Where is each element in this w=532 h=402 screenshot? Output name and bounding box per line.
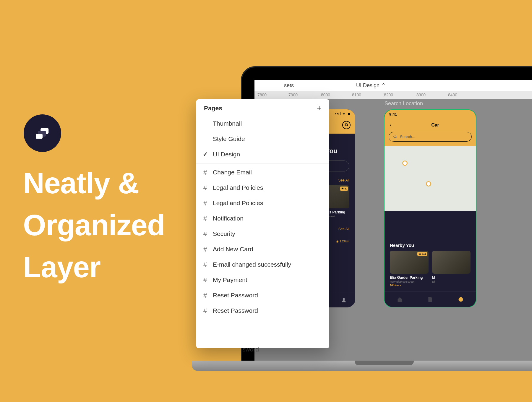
svg-point-7 xyxy=(458,297,463,302)
search-input[interactable]: Search... xyxy=(389,132,472,142)
pages-panel: Pages + Thumbnail Style Guide UI Design … xyxy=(196,99,329,348)
card-price: $6/Hours xyxy=(390,284,401,287)
svg-rect-2 xyxy=(36,134,43,139)
section-title: Nearby You xyxy=(390,243,414,248)
ruler-tick: 8400 xyxy=(448,93,457,97)
parking-card[interactable]: ★ 4.4 Elia Garder Parking Ivory Elephant… xyxy=(390,251,429,287)
card-title: M xyxy=(432,275,471,280)
ruler-tick: 8300 xyxy=(416,93,426,97)
map[interactable] xyxy=(385,146,476,211)
phone-search-location[interactable]: 9:41 ← Car Search... xyxy=(384,109,476,307)
phone-header: ← Car Search... xyxy=(385,118,476,146)
svg-point-5 xyxy=(343,298,345,300)
user-icon[interactable] xyxy=(341,297,347,303)
frame-label[interactable]: Search Location xyxy=(385,100,423,107)
parking-card[interactable]: M Eli xyxy=(432,251,471,287)
hero-line: Organized xyxy=(23,204,165,246)
card-sub: Ivory Elephant street xyxy=(390,280,429,283)
ruler-tick: 7900 xyxy=(288,93,298,97)
page-item-ui-design[interactable]: UI Design xyxy=(196,147,329,162)
frame-item[interactable]: My Payment xyxy=(196,272,329,288)
divider xyxy=(196,163,329,163)
page-dropdown[interactable]: UI Design ⌃ xyxy=(356,82,386,89)
frame-item[interactable]: Change Email xyxy=(196,165,329,180)
page-item-style-guide[interactable]: Style Guide xyxy=(196,131,329,147)
ruler: 7800 7900 8000 8100 8200 8300 8400 xyxy=(254,91,532,99)
see-all-link[interactable]: See All xyxy=(338,178,349,182)
page-item-thumbnail[interactable]: Thumbnail xyxy=(196,116,329,131)
status-bar: 9:41 xyxy=(385,110,476,118)
frame-item[interactable]: Legal and Policies xyxy=(196,195,329,211)
home-icon[interactable] xyxy=(397,296,403,302)
compass-icon[interactable] xyxy=(458,296,464,302)
bell-icon[interactable] xyxy=(342,121,351,129)
frame-item[interactable]: Legal and Policies xyxy=(196,180,329,195)
bottom-sheet[interactable]: Nearby You ★ 4.4 Elia Garder Parking Ivo… xyxy=(385,238,476,291)
pages-title: Pages xyxy=(204,105,222,112)
hero-headline: Neatly & Organized Layer xyxy=(23,162,165,288)
frame-item[interactable]: Add New Card xyxy=(196,241,329,257)
hero-layers-icon xyxy=(24,114,61,152)
status-icons: ••ıl ᯤ ■ xyxy=(335,111,351,116)
hero-line: Neatly & xyxy=(23,162,165,204)
hero-line: Layer xyxy=(23,246,165,288)
frame-item-peek[interactable]: sword xyxy=(242,346,259,353)
frame-item[interactable]: Reset Password xyxy=(196,303,329,318)
ruler-tick: 8000 xyxy=(321,93,330,97)
rating-badge: ★ 4.4 xyxy=(417,252,427,256)
chevron-up-icon: ⌃ xyxy=(381,82,386,89)
card-sub: Eli xyxy=(432,280,471,283)
ruler-tick: 8100 xyxy=(352,93,361,97)
search-placeholder: Search... xyxy=(400,134,415,139)
bottom-nav xyxy=(385,291,476,307)
nearby-distance: ◉ 1.24km xyxy=(336,240,349,243)
assets-tab[interactable]: sets xyxy=(284,82,294,89)
search-icon xyxy=(393,134,398,139)
page-title: Car xyxy=(399,122,472,128)
ruler-tick: 7800 xyxy=(257,93,267,97)
see-all-link[interactable]: See All xyxy=(338,227,349,231)
add-page-button[interactable]: + xyxy=(317,103,322,113)
frame-item[interactable]: Security xyxy=(196,226,329,241)
document-icon[interactable] xyxy=(427,296,433,302)
status-time: 9:41 xyxy=(389,112,397,116)
map-pin[interactable] xyxy=(402,161,408,166)
back-icon[interactable]: ← xyxy=(389,121,395,129)
laptop-notch xyxy=(355,361,414,365)
card-title: Elia Garder Parking xyxy=(390,275,429,280)
figma-toolbar: sets UI Design ⌃ xyxy=(254,80,532,91)
page-dropdown-label: UI Design xyxy=(356,82,379,89)
frame-item[interactable]: E-mail changed successfully xyxy=(196,257,329,272)
map-pin[interactable] xyxy=(426,181,431,187)
svg-point-6 xyxy=(394,135,396,138)
ruler-tick: 8200 xyxy=(384,93,393,97)
rating-badge: ★ 4. xyxy=(340,187,348,191)
frame-item[interactable]: Notification xyxy=(196,211,329,226)
frame-item[interactable]: Reset Password xyxy=(196,288,329,303)
